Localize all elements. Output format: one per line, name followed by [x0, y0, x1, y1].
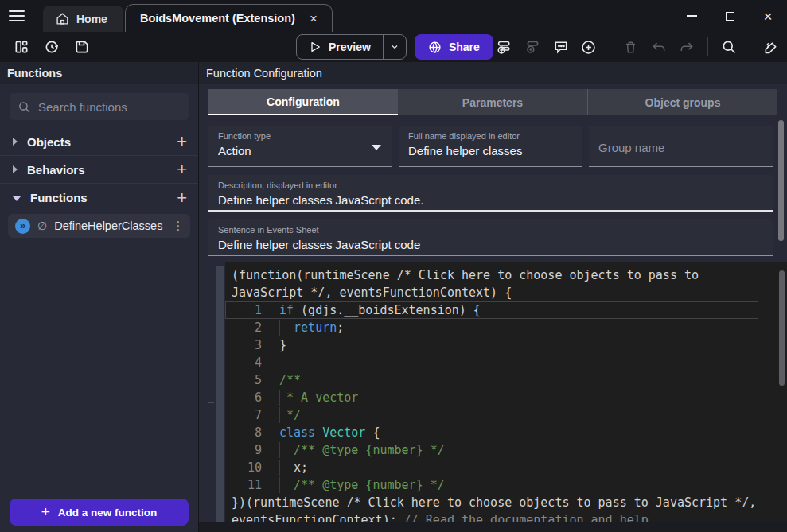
tab-parameters[interactable]: Parameters [398, 89, 587, 115]
edit-properties-button[interactable] [759, 35, 783, 59]
code-line[interactable]: 7 */ [225, 406, 758, 424]
add-sub-event-button[interactable] [521, 35, 545, 59]
code-line[interactable]: 2 return; [225, 319, 758, 336]
function-item-definehelperclasses[interactable]: » ∅ DefineHelperClasses ⋮ [8, 214, 190, 238]
play-icon [309, 41, 321, 53]
undo-button[interactable] [647, 35, 671, 59]
functions-sidebar: Functions Objects + Behaviors + F [0, 62, 199, 532]
editor-scrollbar-thumb[interactable] [779, 270, 785, 386]
edit-properties-icon [762, 39, 779, 56]
code-line[interactable]: 3} [225, 336, 758, 354]
function-type-label: Function type [218, 131, 383, 141]
code-text: if (gdjs.__boidsExtension) { [262, 301, 481, 319]
add-new-function-label: Add a new function [58, 507, 158, 518]
code-line[interactable]: 5/** [225, 371, 758, 389]
undo-icon [651, 39, 667, 55]
app-window: Home BoidsMovement (Extension) × × [0, 0, 787, 532]
main-panel-title: Function Configuration [199, 62, 787, 84]
documentation-link[interactable]: Read the documentation and help [426, 513, 649, 522]
search-icon [18, 100, 31, 114]
search-functions-box[interactable] [10, 93, 189, 120]
trash-icon [623, 40, 638, 55]
tab-extension[interactable]: BoidsMovement (Extension) × [125, 4, 333, 32]
search-functions-input[interactable] [38, 100, 197, 114]
minimize-icon [687, 15, 697, 17]
tree-section-functions[interactable]: Functions + [0, 184, 198, 212]
redo-button[interactable] [675, 35, 699, 59]
tab-configuration[interactable]: Configuration [208, 89, 398, 115]
dropdown-arrow-icon[interactable] [372, 145, 381, 150]
line-number: 5 [225, 371, 262, 389]
save-icon [74, 39, 90, 55]
preview-button[interactable]: Preview [297, 35, 383, 59]
globe-icon [428, 41, 442, 54]
preview-options-button[interactable] [383, 35, 406, 59]
code-line[interactable]: 9 /** @type {number} */ [225, 441, 758, 459]
chevron-right-icon [13, 138, 18, 146]
javascript-code-editor[interactable]: (function(runtimeScene /* Click here to … [225, 262, 787, 522]
code-line[interactable]: 8class Vector { [225, 424, 758, 441]
line-number: 11 [225, 476, 262, 494]
save-button[interactable] [70, 35, 94, 59]
description-field[interactable]: Description, displayed in editor Define … [208, 175, 773, 212]
chevron-right-icon [13, 165, 18, 173]
configuration-tabs: Configuration Parameters Object groups [208, 89, 777, 115]
delete-button[interactable] [619, 35, 643, 59]
code-line[interactable]: 1if (gdjs.__boidsExtension) { [225, 301, 758, 319]
code-header-line[interactable]: JavaScript */, eventsFunctionContext) { [225, 284, 787, 301]
indent-guide [279, 407, 280, 423]
minimize-button[interactable] [672, 0, 711, 32]
add-event-icon [497, 39, 513, 56]
add-object-button[interactable]: + [175, 133, 189, 150]
chevron-down-icon [13, 196, 21, 201]
function-type-select[interactable]: Function type Action [208, 126, 392, 167]
add-new-function-button[interactable]: + Add a new function [10, 499, 189, 526]
toolbar-right-group [493, 35, 783, 59]
group-name-field[interactable]: Group name [589, 126, 773, 167]
main-menu-button[interactable] [0, 0, 33, 32]
add-event-button[interactable] [493, 35, 517, 59]
add-element-button[interactable] [577, 35, 601, 59]
redo-icon [679, 39, 695, 55]
code-line[interactable]: 6 * A vector [225, 389, 758, 406]
title-bar: Home BoidsMovement (Extension) × × [0, 0, 787, 32]
form-scrollbar-thumb[interactable] [778, 120, 784, 241]
tree-section-behaviors[interactable]: Behaviors + [0, 156, 198, 184]
close-button[interactable]: × [749, 0, 787, 32]
sentence-field[interactable]: Sentence in Events Sheet Define helper c… [208, 219, 773, 256]
version-history-button[interactable] [40, 35, 64, 59]
plus-icon: + [41, 503, 50, 521]
add-comment-button[interactable] [549, 35, 573, 59]
line-number: 1 [225, 301, 262, 319]
item-menu-icon[interactable]: ⋮ [169, 219, 186, 233]
tab-object-groups[interactable]: Object groups [587, 89, 777, 115]
private-function-icon: ∅ [37, 219, 47, 232]
share-button[interactable]: Share [415, 34, 493, 60]
line-number: 9 [225, 441, 262, 459]
code-line[interactable]: 11 /** @type {number} */ [225, 476, 758, 494]
line-number: 8 [225, 424, 262, 441]
maximize-button[interactable] [711, 0, 749, 32]
toolbar-divider [610, 37, 610, 56]
code-footer-text: eventsFunctionContext); [232, 513, 404, 522]
indent-guide [279, 390, 280, 406]
add-function-button[interactable]: + [175, 189, 189, 207]
tab-home[interactable]: Home [43, 6, 123, 32]
search-button[interactable] [717, 35, 741, 59]
close-icon: × [763, 9, 772, 24]
indent-guide [279, 477, 280, 493]
code-line[interactable]: 10 x; [225, 459, 758, 476]
event-drag-handle[interactable] [216, 266, 224, 522]
code-text: /** [262, 371, 301, 389]
configuration-form: Function type Action Full name displayed… [199, 115, 787, 262]
open-projects-button[interactable] [10, 35, 33, 59]
code-line[interactable]: 4 [225, 354, 758, 371]
tree-section-objects[interactable]: Objects + [0, 128, 198, 156]
tab-close-icon[interactable]: × [306, 10, 321, 27]
description-label: Description, displayed in editor [218, 181, 763, 190]
code-footer-line[interactable]: })(runtimeScene /* Click here to choose … [225, 494, 787, 511]
full-name-field[interactable]: Full name displayed in editor Define hel… [399, 126, 582, 167]
code-header-line[interactable]: (function(runtimeScene /* Click here to … [225, 266, 787, 284]
add-comment-icon [553, 39, 569, 55]
add-behavior-button[interactable]: + [175, 161, 189, 178]
